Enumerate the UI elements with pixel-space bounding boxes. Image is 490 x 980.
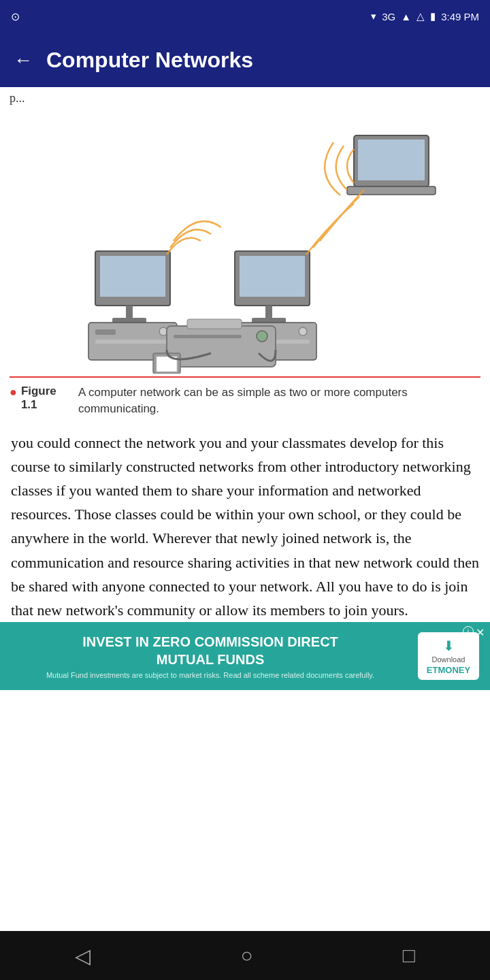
- carrier-icon: ⊙: [11, 10, 20, 23]
- figure-text: A computer network can be as simple as t…: [78, 385, 480, 417]
- svg-rect-9: [95, 329, 116, 335]
- wifi-icon: ▾: [371, 10, 376, 22]
- network-svg: [20, 115, 470, 374]
- back-button[interactable]: ←: [14, 49, 33, 71]
- figure-caption-area: ● Figure 1.1 A computer network can be a…: [10, 376, 480, 419]
- network-label: 3G: [382, 11, 395, 22]
- ad-logo-text: ETMONEY: [427, 665, 470, 675]
- page-title: Computer Networks: [46, 48, 253, 73]
- status-left: ⊙: [11, 10, 20, 23]
- svg-rect-2: [358, 140, 425, 180]
- status-right: ▾ 3G ▲ △ ▮ 3:49 PM: [371, 10, 479, 22]
- svg-rect-6: [126, 306, 133, 319]
- back-nav-button[interactable]: ◁: [75, 944, 91, 968]
- battery-icon: ▮: [430, 10, 436, 22]
- time-label: 3:49 PM: [441, 11, 479, 22]
- content-area: p...: [0, 87, 490, 622]
- svg-rect-25: [174, 335, 242, 338]
- ad-main-text-line1: INVEST IN ZERO COMMISSION DIRECT: [11, 633, 410, 651]
- svg-rect-11: [95, 340, 170, 344]
- svg-rect-5: [100, 256, 165, 297]
- figure-dot: ●: [10, 385, 17, 399]
- home-nav-button[interactable]: ○: [240, 944, 252, 967]
- ad-info-icon[interactable]: i: [463, 626, 474, 637]
- status-bar: ⊙ ▾ 3G ▲ △ ▮ 3:49 PM: [0, 0, 490, 33]
- svg-rect-14: [265, 306, 272, 319]
- app-bar: ← Computer Networks: [0, 33, 490, 87]
- signal2-icon: △: [416, 10, 425, 22]
- ad-download-label: Download: [432, 655, 466, 664]
- body-text: you could connect the network you and yo…: [10, 431, 480, 623]
- recent-nav-button[interactable]: □: [403, 944, 415, 967]
- clipped-top-text: p...: [10, 87, 480, 108]
- figure-caption: ● Figure 1.1 A computer network can be a…: [10, 383, 480, 419]
- signal-icon: ▲: [401, 11, 411, 22]
- download-icon: ⬇: [443, 638, 455, 654]
- ad-logo: ⬇ Download ETMONEY: [418, 632, 479, 680]
- ad-sub-text: Mutual Fund investments are subject to m…: [11, 671, 410, 679]
- network-diagram: [10, 115, 480, 374]
- svg-rect-23: [187, 319, 242, 329]
- ad-close-button[interactable]: ✕: [476, 626, 485, 639]
- nav-bar: ◁ ○ □: [0, 931, 490, 980]
- figure-label: Figure 1.1: [21, 385, 74, 412]
- ad-banner[interactable]: INVEST IN ZERO COMMISSION DIRECT MUTUAL …: [0, 622, 490, 690]
- svg-rect-13: [240, 256, 305, 297]
- svg-point-18: [299, 327, 307, 336]
- svg-point-24: [257, 331, 267, 342]
- ad-main-text-line2: MUTUAL FUNDS: [11, 651, 410, 668]
- ad-text-area: INVEST IN ZERO COMMISSION DIRECT MUTUAL …: [11, 633, 410, 679]
